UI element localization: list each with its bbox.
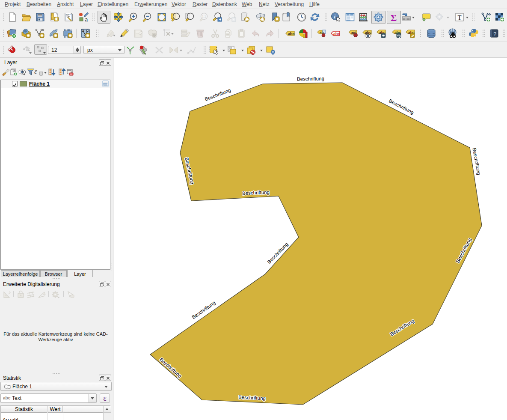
svg-text:abc: abc (333, 32, 340, 36)
svg-text:?: ? (493, 31, 496, 37)
svg-text:1:1: 1:1 (202, 15, 206, 18)
svg-text:a: a (85, 16, 88, 22)
svg-text:abc: abc (288, 32, 295, 36)
svg-text:i: i (334, 13, 336, 20)
svg-text:Σ: Σ (391, 12, 397, 23)
svg-text:abc: abc (365, 30, 371, 35)
svg-text:T: T (458, 14, 462, 21)
